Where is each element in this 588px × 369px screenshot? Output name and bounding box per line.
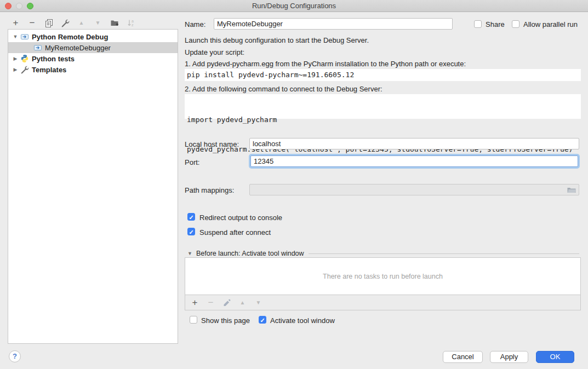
sort-configurations-icon: az (126, 18, 135, 27)
run-debug-configurations-dialog: Run/Debug Configurations + − ▲ ▼ az ▼ Py… (0, 0, 588, 369)
activate-tool-window-checkbox[interactable]: ✓ (259, 316, 266, 324)
suspend-after-connect-checkbox[interactable]: ✓ (187, 228, 195, 235)
remove-configuration-button[interactable]: − (27, 18, 37, 27)
python-logo-icon (20, 54, 29, 63)
show-this-page-label: Show this page (201, 316, 250, 325)
move-down-button: ▼ (93, 18, 102, 27)
local-host-name-label: Local host name: (185, 140, 239, 148)
remove-task-button: − (206, 298, 215, 307)
before-launch-toolbar: + − ▲ ▼ (185, 295, 581, 310)
edit-task-pencil-icon (222, 298, 231, 307)
help-button[interactable]: ? (9, 350, 21, 362)
instruction-line-2: Update your script: (185, 48, 244, 56)
add-task-button[interactable]: + (190, 298, 199, 307)
collapsed-triangle-icon[interactable]: ▶ (13, 56, 18, 61)
expanded-triangle-icon[interactable]: ▼ (13, 34, 18, 39)
create-folder-icon[interactable] (110, 18, 119, 27)
add-configuration-button[interactable]: + (11, 18, 20, 27)
configurations-toolbar: + − ▲ ▼ az (11, 18, 135, 27)
svg-text:a: a (132, 19, 134, 23)
remote-debug-config-icon (20, 32, 29, 41)
configurations-tree: ▼ Python Remote Debug ▶ MyRemoteDebugger… (8, 29, 178, 344)
edit-templates-wrench-icon[interactable] (60, 18, 70, 27)
name-input[interactable] (214, 18, 453, 30)
show-this-page-checkbox[interactable] (190, 316, 197, 324)
collapsed-triangle-icon[interactable]: ▶ (13, 67, 18, 72)
move-task-up-button: ▲ (238, 298, 247, 307)
name-label: Name: (185, 20, 205, 28)
section-divider (309, 253, 579, 254)
move-task-down-button: ▼ (254, 298, 263, 307)
instruction-step-1: 1. Add pydevd-pycharm.egg from the PyCha… (185, 60, 466, 68)
instruction-line-1: Launch this debug configuration to start… (185, 36, 369, 44)
tree-item-label: Python Remote Debug (32, 33, 108, 41)
settrace-code-line-1: import pydevd_pycharm (187, 115, 579, 125)
suspend-after-connect-label: Suspend after connect (199, 228, 271, 237)
tree-item-templates[interactable]: ▶ Templates (8, 64, 178, 75)
no-tasks-message: There are no tasks to run before launch (323, 273, 443, 280)
cancel-button[interactable]: Cancel (443, 351, 483, 363)
allow-parallel-run-checkbox[interactable] (512, 20, 520, 28)
tree-item-label: Templates (32, 66, 66, 74)
remote-debug-config-icon (33, 43, 42, 52)
redirect-output-label: Redirect output to console (199, 214, 282, 222)
instruction-step-2: 2. Add the following command to connect … (185, 85, 383, 93)
ok-button[interactable]: OK (536, 351, 574, 363)
tree-item-python-tests[interactable]: ▶ Python tests (8, 53, 178, 64)
check-icon: ✓ (188, 214, 195, 221)
move-up-button: ▲ (77, 18, 86, 27)
before-launch-header[interactable]: ▼ Before launch: Activate tool window (187, 250, 579, 257)
check-icon: ✓ (188, 228, 195, 236)
settrace-code-block: import pydevd_pycharm pydevd_pycharm.set… (185, 94, 581, 119)
tree-item-myremotedebugger[interactable]: ▶ MyRemoteDebugger (8, 42, 178, 53)
tree-item-python-remote-debug[interactable]: ▼ Python Remote Debug (8, 31, 178, 42)
port-label: Port: (185, 158, 199, 166)
wrench-icon (20, 65, 29, 74)
tree-item-label: MyRemoteDebugger (45, 44, 111, 52)
pip-install-code: pip install pydevd-pycharm~=191.6605.12 (185, 69, 581, 81)
redirect-output-checkbox[interactable]: ✓ (187, 213, 195, 221)
port-input[interactable] (250, 155, 578, 167)
share-checkbox[interactable] (474, 20, 482, 28)
expanded-triangle-icon[interactable]: ▼ (187, 251, 192, 256)
copy-configuration-icon[interactable] (44, 18, 53, 27)
apply-button[interactable]: Apply (490, 351, 528, 363)
path-mappings-input[interactable] (249, 184, 579, 195)
before-launch-tasks-list[interactable]: There are no tasks to run before launch (185, 257, 581, 295)
path-mappings-label: Path mappings: (185, 186, 234, 194)
tree-item-label: Python tests (32, 55, 75, 63)
check-icon: ✓ (259, 316, 266, 324)
before-launch-title: Before launch: Activate tool window (196, 250, 304, 257)
title-bar: Run/Debug Configurations (0, 0, 588, 12)
svg-text:z: z (132, 23, 134, 27)
allow-parallel-run-label: Allow parallel run (523, 20, 578, 28)
browse-folder-icon[interactable] (567, 186, 576, 194)
local-host-name-input[interactable] (249, 138, 579, 149)
window-title: Run/Debug Configurations (0, 0, 588, 12)
share-checkbox-label: Share (486, 20, 505, 28)
activate-tool-window-label: Activate tool window (270, 316, 335, 325)
